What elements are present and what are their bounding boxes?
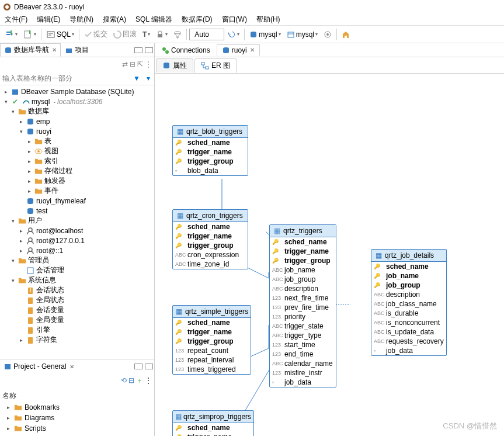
rollback-button[interactable]: 回滚 [111, 27, 139, 41]
tree-item-users[interactable]: ▾用户 [0, 216, 154, 226]
auto-commit-select[interactable]: Auto [189, 29, 224, 40]
home-button[interactable] [339, 27, 352, 41]
svg-point-20 [29, 238, 32, 241]
svg-point-19 [29, 228, 32, 231]
filter-clear-button[interactable] [171, 27, 184, 41]
er-table-job-details[interactable]: ▦qrtz_job_details 🔑sched_name 🔑job_name … [371, 249, 447, 356]
tx-mode-button[interactable]: T▾ [140, 27, 152, 41]
titlebar: DBeaver 23.3.0 - ruoyi [0, 0, 504, 14]
svg-point-5 [175, 32, 180, 34]
tab-db-navigator[interactable]: 数据库导航✕ [0, 43, 61, 57]
tree-item-info[interactable]: i会话状态 [0, 285, 154, 295]
svg-rect-27 [28, 317, 33, 324]
sql-editor-button[interactable]: SQL▾ [44, 27, 77, 41]
tree-item-info[interactable]: 会话变量 [0, 305, 154, 315]
close-icon[interactable]: ✕ [52, 47, 57, 53]
minimize-pane-button[interactable] [134, 47, 142, 53]
collapse-icon[interactable]: ⊟ [130, 60, 135, 68]
tree-item-db-emp[interactable]: ▸emp [0, 116, 154, 126]
svg-rect-7 [288, 32, 294, 37]
subtab-er-diagram[interactable]: ER 图 [194, 58, 237, 73]
menu-icon[interactable]: ⋮ [145, 376, 152, 385]
tree-item-db-thymeleaf[interactable]: ruoyi_thymeleaf [0, 196, 154, 206]
editor-tab-ruoyi[interactable]: ruoyi✕ [217, 44, 260, 56]
schema-select[interactable]: mysql▾ [284, 27, 320, 41]
add-icon[interactable]: ＋ [136, 376, 143, 386]
tree-item-info[interactable]: 引擎 [0, 325, 154, 335]
tree-item-user[interactable]: ▸root@127.0.0.1 [0, 236, 154, 245]
project-item-diagrams[interactable]: ▸Diagrams [2, 413, 152, 423]
link-icon[interactable]: ⇄ [122, 60, 128, 68]
refresh-icon[interactable]: ⟲ [121, 376, 127, 385]
lock-button[interactable]: ▾ [154, 27, 170, 41]
tree-filter-input[interactable] [0, 71, 131, 85]
svg-rect-28 [28, 327, 33, 334]
tree-item-db-test[interactable]: test [0, 206, 154, 216]
tree-item-mysql[interactable]: ▾✔mysql- localhost:3306 [0, 96, 154, 106]
menu-file[interactable]: 文件(F) [5, 15, 27, 25]
svg-rect-3 [47, 32, 54, 37]
menu-database[interactable]: 数据库(D) [182, 15, 213, 25]
tree-item-info[interactable]: 全局状态 [0, 295, 154, 305]
menu-search[interactable]: 搜索(A) [103, 15, 126, 25]
svg-rect-29 [28, 337, 33, 344]
menu-edit[interactable]: 编辑(E) [37, 15, 60, 25]
tree-item-indexes[interactable]: ▸索引 [0, 156, 154, 166]
er-table-triggers[interactable]: ▦qrtz_triggers 🔑sched_name 🔑trigger_name… [269, 224, 336, 387]
menu-icon[interactable]: ⋮ [145, 60, 152, 68]
tree-item-procedures[interactable]: ▸存储过程 [0, 166, 154, 176]
maximize-pane-button[interactable] [145, 364, 153, 369]
svg-rect-36 [206, 67, 208, 69]
datasource-select[interactable]: mysql▾ [247, 27, 283, 41]
menu-sql[interactable]: SQL 编辑器 [135, 15, 172, 25]
tab-projects[interactable]: 项目 [61, 43, 93, 57]
new-connection-button[interactable]: ▾ [2, 27, 20, 41]
editor-tab-connections[interactable]: Connections [156, 44, 215, 56]
tree-item-sysinfo[interactable]: ▾系统信息 [0, 275, 154, 285]
er-table-simple-triggers[interactable]: ▦qrtz_simple_triggers 🔑sched_name 🔑trigg… [172, 305, 251, 375]
er-table-blob-triggers[interactable]: ▦qrtz_blob_triggers 🔑sched_name 🔑trigger… [172, 125, 248, 176]
minimize-pane-button[interactable] [134, 364, 142, 369]
svg-rect-35 [201, 63, 204, 65]
menu-help[interactable]: 帮助(H) [256, 15, 280, 25]
er-table-simprop-triggers[interactable]: ▦qrtz_simprop_triggers 🔑sched_name 🔑trig… [172, 410, 254, 436]
menu-window[interactable]: 窗口(W) [222, 15, 247, 25]
svg-point-31 [162, 47, 166, 51]
tree-item-info[interactable]: ▸字符集 [0, 335, 154, 345]
commit-button[interactable]: 提交 [82, 27, 110, 41]
maximize-pane-button[interactable] [145, 47, 153, 53]
refresh-button[interactable]: ▾ [225, 27, 242, 41]
svg-rect-11 [66, 49, 72, 53]
tree-item-databases[interactable]: ▾数据库 [0, 106, 154, 116]
project-item-bookmarks[interactable]: ▸Bookmarks [2, 402, 152, 413]
tree-item-session-mgr[interactable]: 会话管理 [0, 265, 154, 275]
menu-navigate[interactable]: 导航(N) [69, 15, 93, 25]
tree-item-admin[interactable]: ▾管理员 [0, 255, 154, 265]
project-item-scripts[interactable]: ▸Scripts [2, 423, 152, 434]
tree-item-events[interactable]: ▸事件 [0, 186, 154, 196]
tree-item-user[interactable]: ▸root@::1 [0, 245, 154, 255]
filter-funnel-icon[interactable]: ▼ [131, 71, 142, 85]
tree-item-triggers[interactable]: ▸触发器 [0, 176, 154, 186]
er-table-cron-triggers[interactable]: ▦qrtz_cron_triggers 🔑sched_name 🔑trigger… [172, 209, 248, 269]
close-icon[interactable]: ✕ [250, 47, 255, 53]
close-icon[interactable]: ✕ [69, 364, 74, 370]
subtab-properties[interactable]: 属性 [156, 58, 193, 72]
configure-icon[interactable]: ⊟ [128, 376, 134, 385]
tree-item-tables[interactable]: ▸表 [0, 136, 154, 146]
tab-project-general[interactable]: Project - General✕ [0, 361, 78, 372]
tree-item-db-ruoyi[interactable]: ▾ruoyi [0, 126, 154, 136]
tree-item-user[interactable]: ▸root@localhost [0, 226, 154, 236]
er-diagram-canvas[interactable]: ▦qrtz_blob_triggers 🔑sched_name 🔑trigger… [155, 74, 504, 436]
svg-rect-22 [27, 268, 33, 274]
new-sql-button[interactable]: ▾ [21, 27, 39, 41]
link-editor-icon[interactable]: ⇱ [137, 60, 143, 68]
tree-item-info[interactable]: 全局变量 [0, 315, 154, 325]
svg-rect-30 [5, 364, 11, 369]
tree-item-views[interactable]: ▸视图 [0, 146, 154, 156]
filter-menu-icon[interactable]: ▾ [142, 71, 154, 85]
settings-button[interactable] [321, 27, 334, 41]
svg-rect-4 [158, 34, 162, 37]
tree-item-sample-db[interactable]: ▸DBeaver Sample Database (SQLite) [0, 86, 154, 96]
app-icon [2, 2, 12, 12]
